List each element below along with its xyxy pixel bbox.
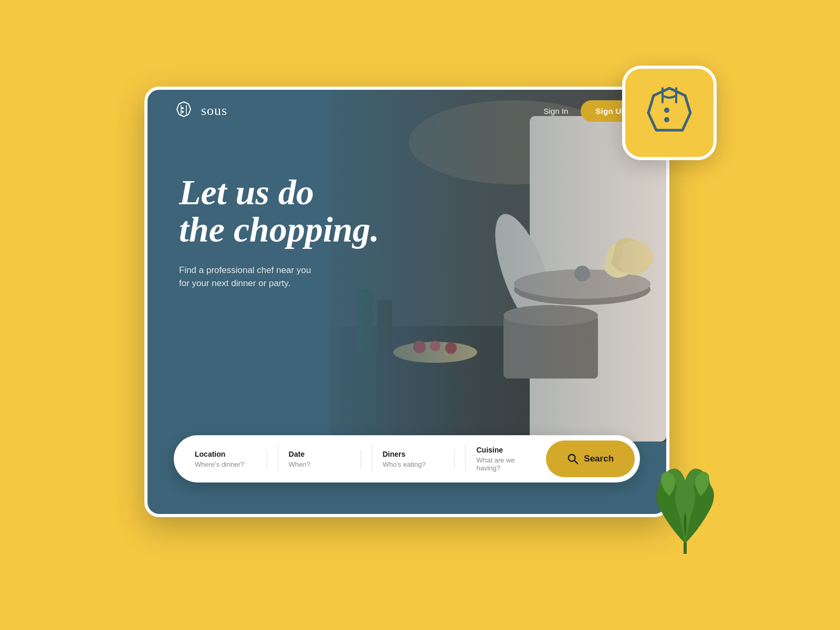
sign-in-button[interactable]: Sign In xyxy=(544,107,569,116)
svg-point-21 xyxy=(664,108,669,113)
hero-content: Let us do the chopping. Find a professio… xyxy=(179,174,380,290)
divider-3 xyxy=(465,446,466,472)
divider-1 xyxy=(278,446,278,472)
hero-headline: Let us do the chopping. xyxy=(179,174,380,249)
nav-logo-icon xyxy=(173,100,195,122)
date-field[interactable]: Date When? xyxy=(289,450,361,468)
page-wrapper: sous Sign In Sign Up Let us do the chopp… xyxy=(144,87,696,543)
cuisine-label: Cuisine xyxy=(476,446,536,454)
parsley-decoration xyxy=(633,449,738,554)
hero-subtext: Find a professional chef near you for yo… xyxy=(179,264,380,290)
hero-background xyxy=(330,90,666,442)
location-label: Location xyxy=(195,450,254,458)
svg-point-22 xyxy=(664,117,669,122)
location-placeholder: Where's dinner? xyxy=(195,460,254,468)
navigation: sous Sign In Sign Up xyxy=(148,90,666,132)
divider-2 xyxy=(372,446,372,472)
logo-text: sous xyxy=(201,103,227,119)
search-button[interactable]: Search xyxy=(546,440,635,477)
logo-area: sous xyxy=(173,100,227,122)
cuisine-field[interactable]: Cuisine What are we having? xyxy=(476,446,541,472)
svg-line-20 xyxy=(574,460,578,464)
location-field[interactable]: Location Where's dinner? xyxy=(190,450,267,468)
diners-field[interactable]: Diners Who's eating? xyxy=(383,450,455,468)
svg-rect-16 xyxy=(330,90,666,442)
search-bar: Location Where's dinner? Date When? Dine… xyxy=(174,435,640,482)
chef-coat-icon xyxy=(640,84,698,142)
cuisine-placeholder: What are we having? xyxy=(476,456,536,472)
search-button-label: Search xyxy=(584,454,614,464)
svg-point-17 xyxy=(182,107,184,109)
date-label: Date xyxy=(289,450,348,458)
search-icon xyxy=(567,453,579,465)
app-icon-badge xyxy=(622,66,717,160)
date-placeholder: When? xyxy=(289,460,348,468)
svg-point-18 xyxy=(182,111,184,113)
diners-label: Diners xyxy=(383,450,442,458)
diners-placeholder: Who's eating? xyxy=(383,460,442,468)
main-card: sous Sign In Sign Up Let us do the chopp… xyxy=(144,87,669,517)
